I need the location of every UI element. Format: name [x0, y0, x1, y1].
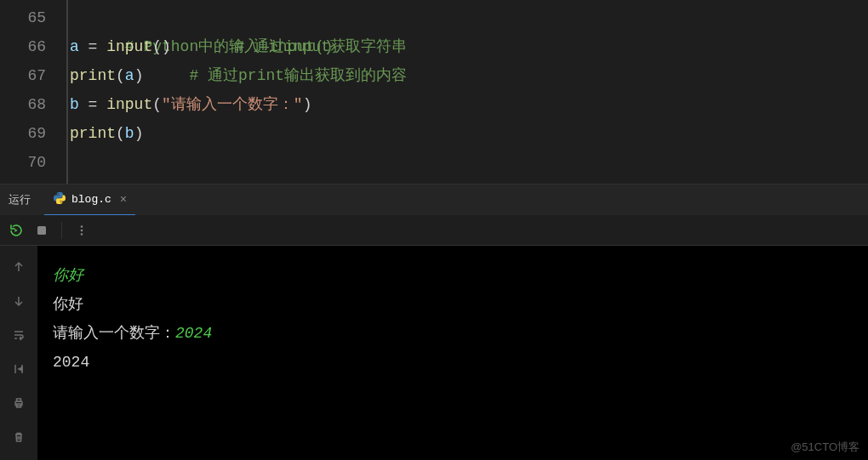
separator	[61, 222, 62, 239]
terminal-output[interactable]: 你好 你好 请输入一个数字：2024 2024	[37, 246, 868, 460]
function-call: input	[106, 96, 152, 113]
user-input: 2024	[175, 325, 212, 342]
user-input: 你好	[53, 267, 83, 284]
more-icon[interactable]	[71, 219, 93, 241]
code-editor[interactable]: 65 66 67 68 69 70 # Python中的输入—input() a…	[0, 0, 868, 184]
line-number: 67	[0, 61, 46, 90]
wrap-icon[interactable]	[8, 324, 30, 346]
code-content[interactable]: # Python中的输入—input() a = input() # 通过inp…	[66, 0, 868, 184]
comment-text: # 通过print输出获取到的内容	[189, 67, 407, 84]
terminal-gutter	[0, 246, 37, 460]
arrow-up-icon[interactable]	[8, 256, 30, 278]
string-literal: "请输入一个数字："	[162, 96, 303, 113]
run-tab[interactable]: blog.c ×	[44, 185, 135, 215]
line-number: 66	[0, 32, 46, 61]
function-call: input	[106, 38, 152, 55]
arrow-down-icon[interactable]	[8, 290, 30, 312]
code-line: a = input() # 通过input获取字符串	[66, 32, 868, 61]
program-output: 你好	[53, 296, 83, 313]
trash-icon[interactable]	[8, 426, 30, 448]
code-line: print(b)	[66, 119, 868, 148]
prompt-text: 请输入一个数字：	[53, 325, 175, 342]
variable: a	[70, 38, 79, 55]
variable: b	[70, 96, 79, 113]
line-number-gutter: 65 66 67 68 69 70	[0, 0, 66, 184]
tab-label: blog.c	[71, 193, 111, 206]
svg-point-1	[81, 225, 83, 228]
program-output: 2024	[53, 354, 89, 371]
stop-button[interactable]	[31, 219, 53, 241]
function-call: print	[70, 67, 116, 84]
code-line	[66, 148, 868, 177]
panel-tab-bar: 运行 blog.c ×	[0, 185, 868, 215]
run-toolbar	[0, 215, 868, 246]
svg-point-2	[81, 229, 83, 231]
svg-rect-0	[37, 226, 46, 235]
python-icon	[53, 191, 66, 208]
run-panel: 运行 blog.c × 你好 你	[0, 184, 868, 460]
function-call: print	[70, 125, 116, 142]
line-number: 69	[0, 119, 46, 148]
svg-point-3	[81, 233, 83, 236]
code-line: print(a) # 通过print输出获取到的内容	[66, 61, 868, 90]
svg-rect-5	[17, 399, 21, 401]
scroll-end-icon[interactable]	[8, 358, 30, 380]
panel-title: 运行	[9, 192, 31, 207]
code-line: # Python中的输入—input()	[66, 3, 868, 32]
watermark: @51CTO博客	[791, 440, 859, 455]
line-number: 68	[0, 90, 46, 119]
line-number: 65	[0, 3, 46, 32]
rerun-button[interactable]	[5, 219, 27, 241]
line-number: 70	[0, 148, 46, 177]
close-icon[interactable]: ×	[120, 193, 127, 207]
print-icon[interactable]	[8, 392, 30, 414]
code-line: b = input("请输入一个数字：")	[66, 90, 868, 119]
comment-text: # 通过input获取字符串	[235, 38, 407, 55]
